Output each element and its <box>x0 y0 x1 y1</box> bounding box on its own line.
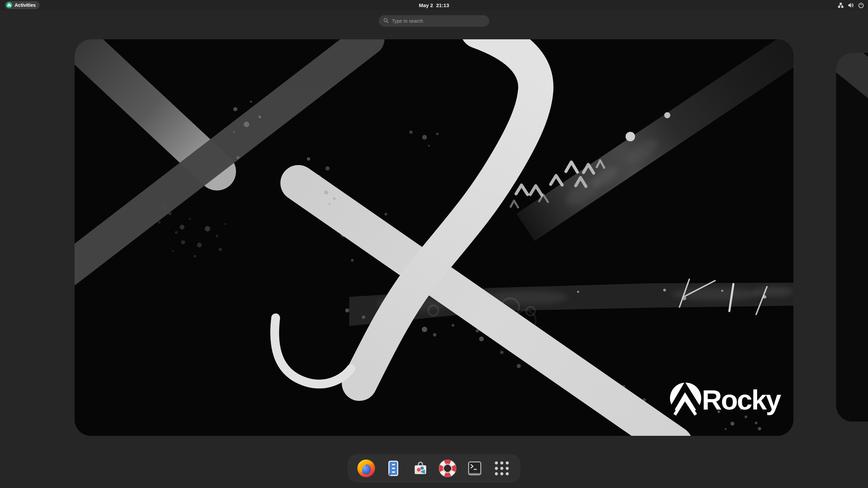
rocky-wallpaper: Rocky <box>75 39 793 436</box>
activities-label: Activities <box>15 3 36 7</box>
help-lifebuoy-icon <box>438 459 457 478</box>
software-icon <box>411 459 430 478</box>
system-status-area[interactable] <box>838 0 864 10</box>
rocky-logo-text: Rocky <box>702 384 782 415</box>
search-bar[interactable] <box>379 15 489 27</box>
files-icon <box>384 459 403 478</box>
dock-item-software[interactable] <box>411 459 430 478</box>
search-icon <box>383 18 389 24</box>
rocky-wallpaper-logo: Rocky <box>669 383 782 415</box>
dock <box>348 454 520 483</box>
wallpaper-dot-large <box>626 132 635 141</box>
top-bar: Activities May 2 21:13 <box>0 0 868 10</box>
dock-item-terminal[interactable] <box>465 459 485 478</box>
power-icon <box>858 2 864 8</box>
dock-item-files[interactable] <box>383 459 403 478</box>
clock-date: May 2 <box>419 2 433 8</box>
clock[interactable]: May 2 21:13 <box>419 0 449 10</box>
clock-time: 21:13 <box>436 2 449 8</box>
activities-button[interactable]: Activities <box>5 1 40 9</box>
dock-item-help[interactable] <box>438 459 457 478</box>
terminal-icon <box>465 459 484 478</box>
app-grid-icon <box>492 459 511 478</box>
network-wired-icon <box>838 2 844 8</box>
wallpaper-dot-small <box>664 112 670 118</box>
gnome-activities-overview: Activities May 2 21:13 <box>0 0 868 488</box>
dock-item-app-grid[interactable] <box>492 459 512 478</box>
workspace-thumbnail-active[interactable]: Rocky <box>75 39 793 436</box>
search-input[interactable] <box>391 18 485 24</box>
volume-icon <box>848 2 854 8</box>
rocky-logo-icon <box>6 2 12 8</box>
firefox-icon <box>357 459 376 478</box>
dock-item-firefox[interactable] <box>356 459 376 478</box>
workspace-thumbnail-next[interactable] <box>836 53 868 422</box>
